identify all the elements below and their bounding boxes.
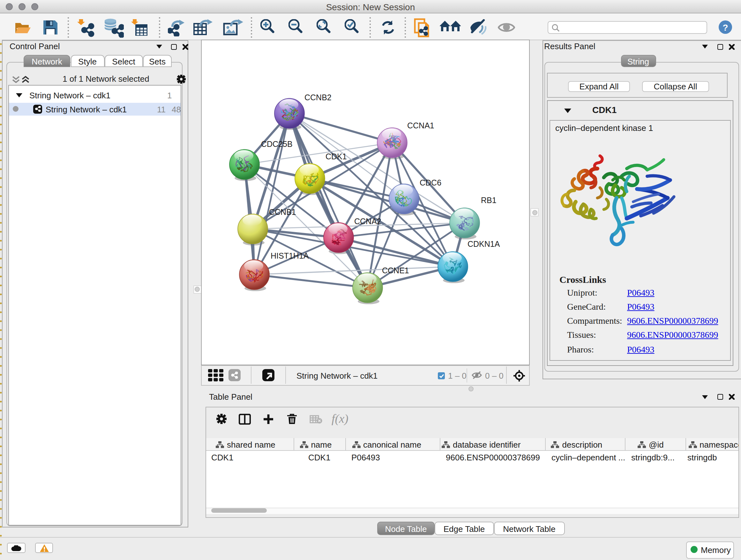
svg-text:HIST1H1A: HIST1H1A [270, 251, 309, 260]
svg-text:CCNB2: CCNB2 [304, 92, 331, 102]
svg-text:CDKN1A: CDKN1A [467, 239, 500, 248]
svg-text:CCNA1: CCNA1 [407, 121, 434, 130]
svg-text:CCNE1: CCNE1 [382, 266, 409, 274]
svg-text:CCNB1: CCNB1 [269, 207, 296, 216]
svg-text:RB1: RB1 [481, 195, 496, 204]
svg-text:CDC6: CDC6 [419, 178, 441, 187]
svg-text:CDK1: CDK1 [325, 152, 347, 161]
svg-text:CDC25B: CDC25B [261, 139, 292, 148]
svg-text:CCNA2: CCNA2 [354, 216, 381, 226]
